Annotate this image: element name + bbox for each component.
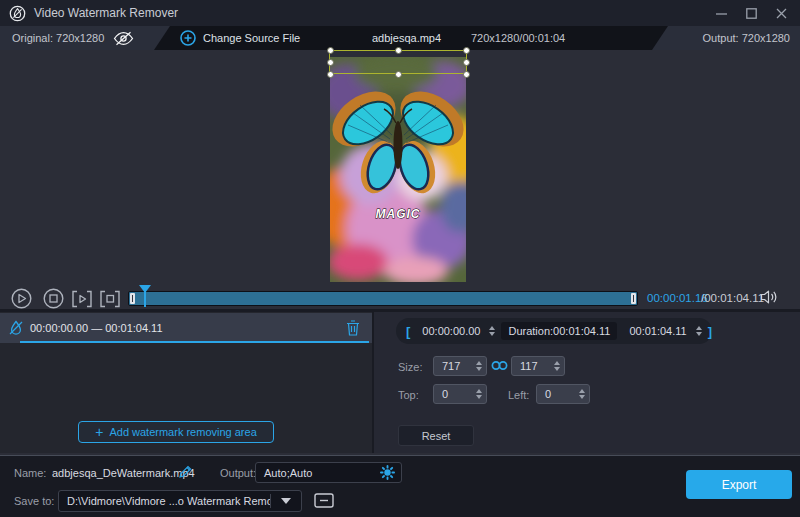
area-properties-panel: [ 00:00:00.00 Duration:00:01:04.11 00:01… xyxy=(374,312,800,453)
output-resolution-label: Output: 720x1280 xyxy=(703,32,790,44)
size-height-input[interactable]: 117 xyxy=(511,356,565,376)
spinner-down-icon[interactable] xyxy=(554,367,560,371)
size-label: Size: xyxy=(398,361,422,373)
output-info-tab: Output: 720x1280 xyxy=(652,26,800,50)
spinner-down-icon[interactable] xyxy=(696,332,702,336)
selection-handle[interactable] xyxy=(463,47,470,54)
left-value[interactable]: 0 xyxy=(537,388,579,400)
end-time-input[interactable]: 00:01:04.11 xyxy=(623,325,701,337)
app-logo-icon xyxy=(9,5,26,22)
selection-handle[interactable] xyxy=(395,71,402,78)
save-path-value: D:\Vidmore\Vidmore ...o Watermark Remove… xyxy=(59,495,270,507)
size-width-input[interactable]: 717 xyxy=(433,356,487,376)
stop-segment-button[interactable] xyxy=(99,288,121,310)
time-range-group: [ 00:00:00.00 Duration:00:01:04.11 00:01… xyxy=(396,318,712,344)
start-time-value[interactable]: 00:00:00.00 xyxy=(416,325,486,337)
close-icon[interactable] xyxy=(766,0,796,26)
selection-handle[interactable] xyxy=(463,71,470,78)
selection-handle[interactable] xyxy=(327,47,334,54)
watermark-entry-row[interactable]: 00:00:00.00 — 00:01:04.11 xyxy=(0,313,372,343)
spinner-down-icon[interactable] xyxy=(579,395,585,399)
add-source-icon[interactable] xyxy=(180,30,196,46)
timeline-right-grip[interactable] xyxy=(631,293,636,304)
spinner-down-icon[interactable] xyxy=(476,395,482,399)
left-input[interactable]: 0 xyxy=(536,384,590,404)
spinner-down-icon[interactable] xyxy=(489,332,495,336)
range-start-bracket[interactable]: [ xyxy=(406,324,410,339)
spinner-up-icon[interactable] xyxy=(476,389,482,393)
source-resolution-duration: 720x1280/00:01:04 xyxy=(471,32,565,44)
output-filename: adbjesqa_DeWatermark.mp4 xyxy=(52,467,195,479)
link-dimensions-icon[interactable] xyxy=(491,360,508,371)
save-to-label: Save to: xyxy=(14,495,54,507)
eye-off-icon[interactable] xyxy=(113,31,134,46)
save-path-dropdown[interactable]: D:\Vidmore\Vidmore ...o Watermark Remove… xyxy=(58,490,302,512)
output-format-value: Auto;Auto xyxy=(256,467,380,479)
edit-name-icon[interactable] xyxy=(178,464,193,479)
output-format-label: Output: xyxy=(220,467,256,479)
top-input[interactable]: 0 xyxy=(433,384,487,404)
dropdown-separator xyxy=(270,494,271,508)
chevron-down-icon[interactable] xyxy=(281,498,291,504)
top-label: Top: xyxy=(398,389,419,401)
timeline-track[interactable] xyxy=(128,291,638,306)
selection-handle[interactable] xyxy=(327,59,334,66)
add-watermark-area-button[interactable]: + Add watermark removing area xyxy=(78,421,274,443)
left-label: Left: xyxy=(508,389,529,401)
range-end-bracket[interactable]: ] xyxy=(708,324,712,339)
maximize-icon[interactable] xyxy=(736,0,766,26)
spinner-up-icon[interactable] xyxy=(696,326,702,330)
spinner-up-icon[interactable] xyxy=(579,389,585,393)
reset-button[interactable]: Reset xyxy=(398,425,474,446)
spinner-down-icon[interactable] xyxy=(476,367,482,371)
play-segment-button[interactable] xyxy=(71,288,93,310)
minimize-icon[interactable] xyxy=(706,0,736,26)
duration-label: Duration:00:01:04.11 xyxy=(501,322,617,340)
export-button[interactable]: Export xyxy=(686,470,792,499)
current-time: 00:00:01.16 xyxy=(647,292,708,304)
selection-handle[interactable] xyxy=(395,47,402,54)
original-resolution-label: Original: 720x1280 xyxy=(12,32,104,44)
stop-button[interactable] xyxy=(42,287,64,309)
total-time: /00:01:04.11 xyxy=(701,292,764,304)
plus-icon: + xyxy=(95,424,103,440)
watermark-entry-icon xyxy=(8,320,24,336)
selection-handle[interactable] xyxy=(327,71,334,78)
top-value[interactable]: 0 xyxy=(434,388,476,400)
output-format-field[interactable]: Auto;Auto xyxy=(255,462,402,483)
footer-bar: Name: adbjesqa_DeWatermark.mp4 Output: A… xyxy=(0,455,800,517)
selection-handle[interactable] xyxy=(463,59,470,66)
output-settings-gear-icon[interactable] xyxy=(380,465,395,480)
spinner-up-icon[interactable] xyxy=(554,361,560,365)
volume-icon[interactable] xyxy=(760,289,779,305)
size-width-value[interactable]: 717 xyxy=(434,360,476,372)
timeline-left-grip[interactable] xyxy=(130,293,135,304)
add-watermark-area-label: Add watermark removing area xyxy=(109,426,256,438)
app-window: Video Watermark Remover Original: 720x12… xyxy=(0,0,800,517)
video-content: MAGIC xyxy=(330,57,466,282)
start-time-input[interactable]: 00:00:00.00 xyxy=(416,325,495,337)
end-time-value[interactable]: 00:01:04.11 xyxy=(623,325,692,337)
delete-entry-icon[interactable] xyxy=(346,320,360,336)
source-filename: adbjesqa.mp4 xyxy=(372,32,441,44)
name-label: Name: xyxy=(14,467,46,479)
video-overlay-text: MAGIC xyxy=(376,207,421,221)
original-info-tab: Original: 720x1280 xyxy=(0,26,170,50)
title-bar: Video Watermark Remover xyxy=(0,0,800,26)
spinner-up-icon[interactable] xyxy=(489,326,495,330)
entry-active-underline xyxy=(20,341,369,343)
playhead-marker-icon[interactable] xyxy=(139,285,151,293)
browse-folder-button[interactable] xyxy=(312,490,336,511)
watermark-entry-range: 00:00:00.00 — 00:01:04.11 xyxy=(30,322,163,334)
change-source-file-button[interactable]: Change Source File xyxy=(203,32,300,44)
size-height-value[interactable]: 117 xyxy=(512,360,554,372)
play-button[interactable] xyxy=(10,287,32,309)
video-preview[interactable]: MAGIC xyxy=(330,57,466,282)
watermark-list-panel: 00:00:00.00 — 00:01:04.11 + Add watermar… xyxy=(0,312,372,453)
window-title: Video Watermark Remover xyxy=(34,6,178,20)
spinner-up-icon[interactable] xyxy=(476,361,482,365)
